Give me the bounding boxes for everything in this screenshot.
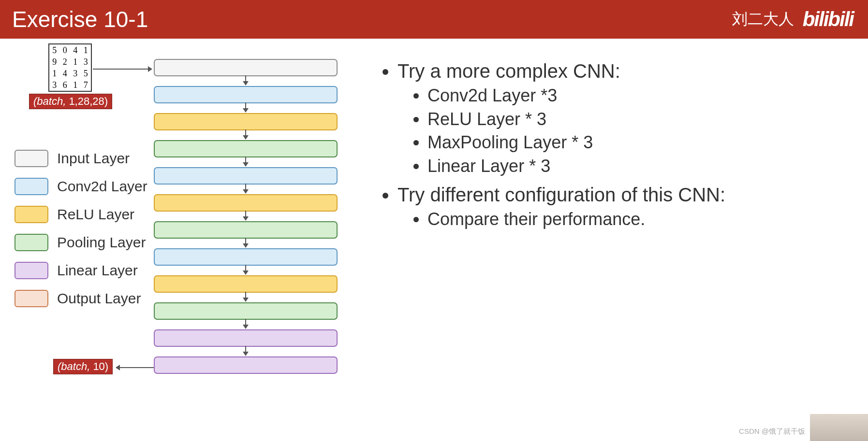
legend-label: ReLU Layer	[57, 206, 134, 223]
network-column	[154, 59, 338, 384]
arrow-down-icon	[245, 184, 246, 193]
slide-content: 5041921314353617 (batch, 1,28,28) Input …	[0, 39, 868, 441]
layer-pool	[154, 140, 338, 157]
bullet-1: Try a more complex CNN: Conv2d Layer *3R…	[397, 58, 849, 178]
mnist-digit: 4	[73, 45, 77, 56]
bullet-2-text: Try different configuration of this CNN:	[397, 184, 725, 205]
layer-pool	[154, 221, 338, 239]
author-name: 刘二大人	[732, 9, 794, 30]
layer-linear	[154, 329, 338, 347]
legend-label: Pooling Layer	[57, 234, 146, 251]
layer-relu	[154, 194, 338, 212]
arrow-down-icon	[245, 129, 246, 139]
mnist-digit: 2	[63, 57, 67, 67]
bilibili-logo: bilibili	[803, 8, 853, 31]
legend-row: ReLU Layer	[15, 206, 147, 223]
mnist-digit: 1	[73, 57, 77, 67]
layer-input	[154, 59, 338, 76]
legend-label: Output Layer	[57, 290, 141, 307]
bullet-2: Try different configuration of this CNN:…	[397, 182, 849, 231]
legend-row: Pooling Layer	[15, 234, 147, 251]
legend-swatch	[15, 290, 48, 307]
arrow-net-to-output	[116, 367, 154, 368]
bullet-1-item: Conv2d Layer *3	[427, 84, 849, 108]
mnist-digit: 3	[73, 69, 77, 79]
legend-label: Input Layer	[57, 150, 130, 167]
mnist-digit: 3	[52, 80, 57, 90]
slide-header: Exercise 10-1 刘二大人 bilibili	[0, 0, 868, 39]
bullets: Try a more complex CNN: Conv2d Layer *3R…	[382, 58, 849, 235]
mnist-digit: 7	[84, 80, 88, 90]
shape-in-rest: 1,28,28)	[66, 95, 108, 107]
watermark: CSDN @饿了就干饭	[739, 427, 805, 436]
mnist-digit: 1	[73, 80, 77, 90]
layer-pool	[154, 302, 338, 320]
mnist-digit: 9	[52, 57, 57, 67]
mnist-digit: 1	[84, 45, 88, 56]
legend-swatch	[15, 150, 48, 167]
legend-label: Conv2d Layer	[57, 178, 147, 195]
arrow-down-icon	[245, 346, 246, 356]
arrow-down-icon	[245, 319, 246, 328]
legend: Input LayerConv2d LayerReLU LayerPooling…	[15, 150, 147, 318]
legend-label: Linear Layer	[57, 262, 138, 279]
mnist-digit: 5	[52, 45, 57, 56]
arrow-input-to-net	[93, 69, 152, 70]
bullet-1-item: ReLU Layer * 3	[427, 108, 849, 131]
header-right: 刘二大人 bilibili	[732, 8, 853, 31]
output-shape-label: (batch, 10)	[53, 359, 113, 374]
arrow-down-icon	[245, 211, 246, 220]
bullet-1-text: Try a more complex CNN:	[397, 60, 620, 82]
mnist-digit: 1	[52, 69, 57, 79]
shape-in-italic: (batch,	[33, 95, 66, 107]
slide-title: Exercise 10-1	[12, 6, 148, 32]
layer-conv	[154, 167, 338, 185]
layer-relu	[154, 113, 338, 130]
mnist-digit: 6	[63, 80, 67, 90]
input-shape-label: (batch, 1,28,28)	[29, 94, 112, 109]
corner-photo	[810, 414, 868, 441]
bullet-1-item: MaxPooling Layer * 3	[427, 131, 849, 155]
legend-swatch	[15, 206, 48, 223]
mnist-digit: 3	[84, 57, 88, 67]
arrow-down-icon	[245, 102, 246, 112]
mnist-digit: 4	[63, 69, 67, 79]
legend-swatch	[15, 178, 48, 195]
legend-row: Conv2d Layer	[15, 178, 147, 195]
mnist-thumbnail: 5041921314353617	[48, 43, 92, 92]
layer-relu	[154, 275, 338, 293]
mnist-digit: 5	[84, 69, 88, 79]
legend-row: Input Layer	[15, 150, 147, 167]
layer-conv	[154, 248, 338, 266]
legend-row: Linear Layer	[15, 262, 147, 279]
mnist-digit: 0	[63, 45, 67, 56]
arrow-down-icon	[245, 156, 246, 166]
arrow-down-icon	[245, 292, 246, 301]
shape-out-rest: 10)	[90, 360, 108, 372]
shape-out-italic: (batch,	[58, 360, 90, 372]
bullet-1-item: Linear Layer * 3	[427, 155, 849, 178]
legend-row: Output Layer	[15, 290, 147, 307]
bullet-2-item: Compare their performance.	[427, 208, 849, 231]
legend-swatch	[15, 234, 48, 251]
arrow-down-icon	[245, 265, 246, 274]
layer-linear	[154, 356, 338, 374]
layer-conv	[154, 86, 338, 103]
arrow-down-icon	[245, 75, 246, 85]
legend-swatch	[15, 262, 48, 279]
arrow-down-icon	[245, 238, 246, 247]
